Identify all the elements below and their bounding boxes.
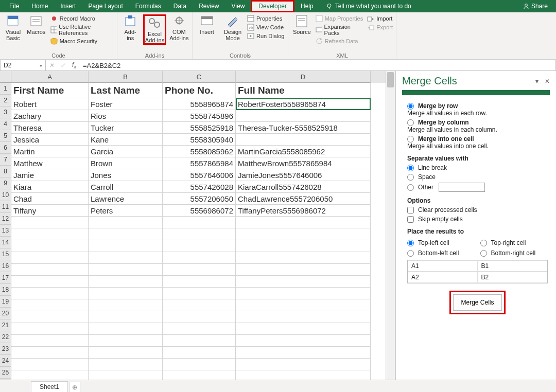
place-bottom-right[interactable]: Bottom-right cell (480, 250, 548, 257)
header-cell[interactable]: First Name (11, 83, 89, 98)
header-cell[interactable]: Phone No. (163, 83, 236, 98)
cell-full[interactable]: TiffanyPeters5556986072 (236, 205, 371, 217)
enter-formula-button[interactable]: ✓ (57, 62, 68, 69)
empty-cell[interactable] (236, 359, 371, 370)
formula-input[interactable]: =A2&B2&C2 (80, 62, 555, 69)
empty-cell[interactable] (236, 228, 371, 240)
empty-cell[interactable] (236, 370, 371, 380)
cell-first[interactable]: Theresa (11, 122, 89, 134)
refresh-data-button[interactable]: Refresh Data (316, 37, 364, 45)
cell-last[interactable]: Lawrence (89, 193, 163, 205)
row-header[interactable]: 24 (0, 355, 11, 367)
empty-cell[interactable] (163, 240, 236, 252)
empty-cell[interactable] (89, 252, 163, 264)
vertical-scrollbar[interactable] (386, 71, 395, 380)
empty-cell[interactable] (11, 347, 89, 359)
row-header[interactable]: 2 (0, 95, 11, 106)
cell-last[interactable]: Kane (89, 134, 163, 146)
row-header[interactable]: 22 (0, 331, 11, 343)
row-header[interactable]: 9 (0, 177, 11, 189)
empty-cell[interactable] (11, 311, 89, 323)
menu-review[interactable]: Review (193, 0, 225, 12)
header-cell[interactable]: Full Name (236, 83, 371, 98)
cell-first[interactable]: Martin (11, 146, 89, 157)
cell-first[interactable]: Zachary (11, 110, 89, 122)
tell-me-search[interactable]: Tell me what you want to do (320, 0, 418, 12)
empty-cell[interactable] (89, 311, 163, 323)
empty-cell[interactable] (89, 370, 163, 380)
row-header[interactable]: 16 (0, 260, 11, 272)
row-header[interactable]: 21 (0, 319, 11, 331)
select-all-corner[interactable] (0, 71, 11, 83)
place-bl-radio[interactable] (407, 250, 414, 257)
export-button[interactable]: Export (367, 23, 393, 31)
place-br-radio[interactable] (480, 250, 487, 257)
clear-processed-option[interactable]: Clear processed cells (407, 206, 548, 213)
menu-developer[interactable]: Developer (252, 2, 293, 11)
row-header[interactable]: 14 (0, 237, 11, 248)
cell-phone[interactable]: 5557206050 (163, 193, 236, 205)
empty-cell[interactable] (163, 276, 236, 288)
empty-cell[interactable] (236, 311, 371, 323)
row-header[interactable]: 17 (0, 272, 11, 284)
menu-help[interactable]: Help (294, 0, 320, 12)
cell-first[interactable]: Matthew (11, 157, 89, 169)
empty-cell[interactable] (11, 335, 89, 347)
sep-space-radio[interactable] (407, 174, 414, 181)
sep-line-break[interactable]: Line break (407, 164, 548, 171)
empty-cell[interactable] (163, 228, 236, 240)
empty-cell[interactable] (236, 299, 371, 311)
empty-cell[interactable] (89, 335, 163, 347)
cell-first[interactable]: Kiara (11, 181, 89, 193)
empty-cell[interactable] (236, 217, 371, 228)
header-cell[interactable]: Last Name (89, 83, 163, 98)
empty-cell[interactable] (236, 335, 371, 347)
empty-cell[interactable] (11, 299, 89, 311)
cell-last[interactable]: Carroll (89, 181, 163, 193)
cell-phone[interactable]: 5557865984 (163, 157, 236, 169)
name-box[interactable]: D2 ▾ (1, 60, 46, 70)
menu-page-layout[interactable]: Page Layout (82, 0, 129, 12)
empty-cell[interactable] (236, 264, 371, 276)
col-header-a[interactable]: A (11, 71, 89, 83)
result-cell-b2[interactable]: B2 (478, 272, 548, 283)
taskpane-close-button[interactable]: ✕ (545, 78, 550, 85)
empty-cell[interactable] (163, 335, 236, 347)
cell-full[interactable]: JamieJones5557646006 (236, 169, 371, 181)
cell-phone[interactable]: 5558745896 (163, 110, 236, 122)
row-header[interactable]: 8 (0, 166, 11, 177)
merge-by-row-radio[interactable] (407, 103, 414, 110)
skip-empty-checkbox[interactable] (407, 216, 414, 223)
empty-cell[interactable] (11, 276, 89, 288)
empty-cell[interactable] (11, 370, 89, 380)
merge-by-row-option[interactable]: Merge by row (407, 102, 548, 110)
empty-cell[interactable] (11, 288, 89, 299)
sep-other-radio[interactable] (407, 184, 414, 191)
cell-full[interactable]: MartinGarcia5558085962 (236, 146, 371, 157)
properties-button[interactable]: Properties (247, 14, 284, 23)
place-top-left[interactable]: Top-left cell (407, 239, 475, 246)
empty-cell[interactable] (89, 359, 163, 370)
cell-last[interactable]: Brown (89, 157, 163, 169)
empty-cell[interactable] (89, 264, 163, 276)
row-header[interactable]: 3 (0, 106, 11, 118)
cell-last[interactable]: Rios (89, 110, 163, 122)
merge-one-cell-option[interactable]: Merge into one cell (407, 135, 548, 142)
sep-other[interactable]: Other (407, 183, 548, 192)
skip-empty-option[interactable]: Skip empty cells (407, 216, 548, 223)
sep-other-input[interactable] (439, 183, 485, 192)
row-header[interactable]: 6 (0, 142, 11, 154)
row-header[interactable]: 23 (0, 343, 11, 355)
row-header[interactable]: 7 (0, 154, 11, 166)
row-header[interactable]: 18 (0, 284, 11, 296)
share-button[interactable]: Share (518, 3, 553, 10)
cell-phone[interactable]: 5558965874 (163, 98, 236, 110)
cell-phone[interactable]: 5558305940 (163, 134, 236, 146)
row-header[interactable]: 4 (0, 118, 11, 130)
cell-first[interactable]: Robert (11, 98, 89, 110)
result-cell-b1[interactable]: B1 (478, 260, 548, 272)
menu-formulas[interactable]: Formulas (129, 0, 167, 12)
cell-phone[interactable]: 5558525918 (163, 122, 236, 134)
add-sheet-button[interactable]: ⊕ (69, 382, 80, 392)
addins-button[interactable]: Add- ins (120, 14, 140, 41)
